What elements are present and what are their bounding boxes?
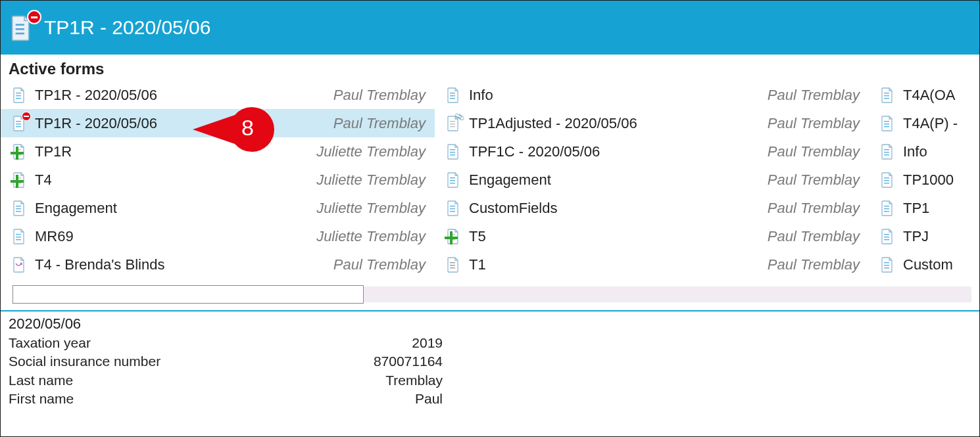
details-value: Paul (232, 390, 443, 408)
form-row-icon-slot (447, 87, 469, 103)
filter-row (1, 279, 979, 310)
form-row[interactable]: TP1R - 2020/05/06Paul Tremblay (1, 109, 435, 137)
form-row-name: Engagement (35, 200, 316, 217)
svg-rect-1 (16, 28, 24, 30)
forms-column: T4A(OA T4A(P) - Info TP1000 TP1 TPJ Cu (869, 81, 980, 279)
form-row-owner: Paul Tremblay (333, 115, 428, 132)
form-row-name: TP1Adjusted - 2020/05/06 (469, 115, 768, 132)
form-row-owner: Paul Tremblay (768, 87, 862, 104)
svg-rect-34 (450, 177, 455, 178)
form-row[interactable]: T4 - Brenda's BlindsPaul Tremblay (1, 250, 435, 279)
filter-input[interactable] (12, 285, 364, 304)
forms-grid: TP1R - 2020/05/06Paul Tremblay TP1R - 20… (1, 81, 979, 279)
form-row-name: T4 (35, 172, 316, 189)
form-row[interactable]: T4A(OA (869, 81, 980, 109)
svg-rect-33 (450, 154, 455, 155)
svg-rect-20 (16, 208, 21, 209)
svg-rect-31 (450, 149, 455, 150)
form-row[interactable]: TP1000 (869, 166, 980, 194)
document-icon (881, 229, 894, 244)
details-value: 2019 (232, 334, 443, 352)
document-icon (447, 200, 460, 216)
form-row-name: T4A(P) - (903, 115, 974, 132)
form-row[interactable]: EngagementJuliette Tremblay (1, 194, 435, 222)
form-row-name: T5 (469, 228, 768, 245)
document-icon (12, 229, 26, 244)
form-row[interactable]: T1Paul Tremblay (435, 250, 869, 279)
form-row-name: MR69 (35, 228, 316, 245)
form-row-name: TP1R - 2020/05/06 (35, 87, 333, 104)
document-icon (881, 172, 894, 188)
form-row-owner: Juliette Tremblay (316, 228, 428, 245)
document-icon (12, 87, 26, 103)
svg-rect-47 (450, 267, 455, 268)
svg-rect-37 (450, 206, 455, 206)
form-row[interactable]: T4Juliette Tremblay (1, 166, 435, 194)
svg-rect-51 (884, 121, 889, 122)
form-row[interactable]: TP1R - 2020/05/06Paul Tremblay (1, 81, 435, 109)
svg-rect-53 (884, 126, 889, 127)
svg-rect-8 (16, 126, 21, 127)
form-row[interactable]: TPF1C - 2020/05/06Paul Tremblay (435, 137, 869, 166)
form-row-name: TPF1C - 2020/05/06 (469, 143, 768, 160)
form-row-name: T4A(OA (903, 87, 974, 104)
form-row-icon-slot (447, 144, 469, 160)
window: TP1R - 2020/05/06 Active forms TP1R - 20… (0, 0, 980, 437)
form-row-name: T4 - Brenda's Blinds (35, 256, 333, 273)
form-row[interactable]: CustomFieldsPaul Tremblay (435, 194, 869, 222)
form-row-owner: Juliette Tremblay (316, 200, 428, 217)
forms-column: InfoPaul Tremblay 📎TP1Adjusted - 2020/05… (435, 81, 869, 279)
document-icon (881, 200, 894, 216)
document-icon (447, 87, 460, 103)
form-row-icon-slot (447, 229, 469, 244)
svg-rect-26 (450, 95, 455, 96)
svg-rect-48 (884, 93, 889, 93)
details-row: First namePaul (9, 390, 971, 408)
horizontal-scrollbar[interactable] (364, 287, 971, 302)
svg-rect-5 (16, 98, 21, 99)
svg-rect-45 (450, 262, 455, 263)
form-row[interactable]: TP1 (869, 194, 980, 222)
form-row-owner: Paul Tremblay (768, 200, 862, 217)
form-row-icon-slot (881, 144, 903, 160)
svg-rect-50 (884, 98, 889, 99)
form-row[interactable]: 📎TP1Adjusted - 2020/05/06Paul Tremblay (435, 109, 869, 137)
form-row-name: CustomFields (469, 200, 768, 217)
svg-rect-24 (16, 239, 21, 240)
form-row-icon-slot (447, 200, 469, 216)
svg-rect-36 (450, 183, 455, 183)
svg-rect-68 (884, 267, 889, 268)
svg-rect-60 (884, 206, 889, 206)
form-row[interactable]: TP1RJuliette Tremblay (1, 137, 435, 166)
details-value: 870071164 (232, 352, 443, 371)
form-row[interactable]: MR69Juliette Tremblay (1, 222, 435, 250)
svg-rect-39 (450, 211, 455, 212)
form-row[interactable]: EngagementPaul Tremblay (435, 166, 869, 194)
details-panel: 2020/05/06 Taxation year2019Social insur… (1, 311, 979, 412)
document-icon (881, 116, 894, 131)
form-row[interactable]: Custom (869, 250, 980, 279)
form-row-owner: Paul Tremblay (768, 256, 862, 273)
svg-rect-46 (450, 265, 455, 265)
svg-rect-64 (884, 237, 889, 237)
form-row-icon-slot (881, 116, 903, 131)
svg-rect-62 (884, 211, 889, 212)
form-row-name: TP1000 (903, 172, 974, 189)
form-row-icon-slot (881, 172, 903, 188)
document-plus-icon (12, 172, 26, 188)
form-row[interactable]: T4A(P) - (869, 109, 980, 137)
document-attachment-icon: 📎 (447, 116, 460, 131)
svg-rect-22 (16, 234, 21, 235)
details-label: First name (9, 390, 232, 408)
details-label: Social insurance number (9, 352, 232, 371)
form-row-owner: Juliette Tremblay (316, 143, 428, 160)
form-row-icon-slot (12, 116, 35, 131)
form-row[interactable]: T5Paul Tremblay (435, 222, 869, 250)
form-row[interactable]: InfoPaul Tremblay (435, 81, 869, 109)
svg-rect-55 (884, 152, 889, 152)
form-row[interactable]: Info (869, 137, 980, 166)
header-bar: TP1R - 2020/05/06 (1, 1, 979, 55)
form-row-icon-slot (881, 200, 903, 216)
form-row[interactable]: TPJ (869, 222, 980, 250)
document-arrow-icon (12, 257, 26, 273)
